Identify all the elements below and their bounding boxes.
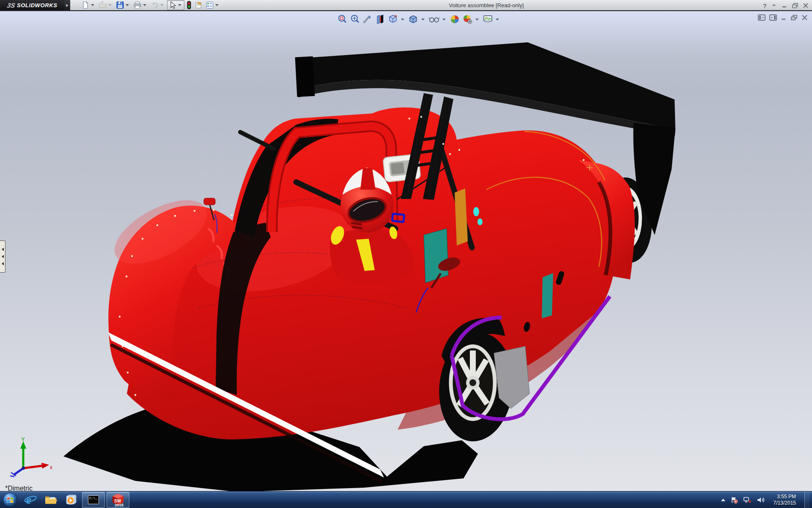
taskbar-clock[interactable]: 3:55 PM 7/13/2015 xyxy=(770,494,799,506)
taskbar-item-media-player[interactable] xyxy=(61,491,81,508)
save-icon xyxy=(116,1,124,9)
section-view-icon xyxy=(375,14,386,25)
command-prompt-icon: C:\_ xyxy=(88,495,99,504)
view-orientation-icon xyxy=(388,14,398,25)
select-dropdown[interactable] xyxy=(178,4,181,6)
menu-flyout-arrow[interactable]: ▶ xyxy=(64,0,70,11)
show-desktop-button[interactable] xyxy=(804,491,809,508)
minimize-button[interactable] xyxy=(782,3,787,8)
new-document-button[interactable] xyxy=(80,0,97,10)
save-dropdown[interactable] xyxy=(126,4,129,6)
options-button[interactable] xyxy=(205,0,221,10)
svg-text:e: e xyxy=(26,494,31,506)
open-button[interactable] xyxy=(98,0,114,10)
triad-y-label: Y xyxy=(21,436,25,442)
triad-x-label: x xyxy=(50,464,52,470)
logo-wordmark: SOLIDWORKS xyxy=(17,2,58,8)
save-button[interactable] xyxy=(115,0,132,10)
network-status-button[interactable] xyxy=(743,496,752,504)
document-title: Voiture assomblee [Read-only] xyxy=(449,2,524,8)
rebuild-button[interactable] xyxy=(185,0,193,10)
taskbar-item-command-prompt[interactable]: C:\_ xyxy=(82,492,105,508)
restore-button[interactable] xyxy=(792,3,798,8)
window-controls: ? xyxy=(763,0,809,11)
undo-icon xyxy=(151,1,159,9)
doc-restore-icon[interactable] xyxy=(790,15,798,21)
apply-scene-button[interactable] xyxy=(462,14,473,25)
zoom-to-area-icon xyxy=(350,14,360,25)
headsup-view-toolbar xyxy=(337,14,501,25)
print-dropdown[interactable] xyxy=(143,4,146,6)
zoom-to-fit-button[interactable] xyxy=(337,14,348,25)
document-window-controls xyxy=(758,14,808,21)
rebuild-traffic-light-icon xyxy=(186,1,192,9)
view-settings-icon xyxy=(483,14,493,25)
section-view-button[interactable] xyxy=(375,14,386,25)
open-icon xyxy=(99,1,107,9)
file-properties-icon xyxy=(195,1,203,9)
options-dropdown[interactable] xyxy=(215,4,219,6)
options-icon xyxy=(206,1,214,9)
view-orientation-label: *Dimetric xyxy=(5,485,33,491)
start-orb-icon xyxy=(3,492,18,508)
show-hidden-icons-icon xyxy=(721,499,725,501)
file-properties-button[interactable] xyxy=(194,0,204,10)
cyan-dot xyxy=(473,207,479,216)
previous-view-button[interactable] xyxy=(362,14,373,25)
collapse-arrow-icon xyxy=(2,248,4,251)
action-center-button[interactable] xyxy=(730,496,738,504)
new-document-icon xyxy=(81,1,90,9)
collapse-right-pane-icon[interactable] xyxy=(769,14,777,21)
zoom-to-area-button[interactable] xyxy=(349,14,361,25)
print-button[interactable] xyxy=(132,0,149,10)
windows-taskbar: e C:\_ xyxy=(0,491,812,508)
undo-dropdown[interactable] xyxy=(160,4,164,6)
doc-close-icon[interactable] xyxy=(801,15,808,20)
volume-button[interactable] xyxy=(757,496,765,504)
clock-date: 7/13/2015 xyxy=(774,500,796,506)
open-dropdown[interactable] xyxy=(108,4,112,6)
viewport-canvas[interactable]: Y x *Dimetric xyxy=(0,12,812,491)
hide-show-items-dropdown[interactable] xyxy=(442,19,446,20)
view-orientation-dropdown[interactable] xyxy=(401,19,404,20)
select-button[interactable] xyxy=(167,0,184,10)
network-status-icon xyxy=(743,496,752,504)
help-dropdown[interactable] xyxy=(772,5,776,6)
show-hidden-icons-button[interactable] xyxy=(721,499,725,501)
race-car-model xyxy=(0,12,812,491)
start-button[interactable] xyxy=(0,491,20,508)
solidworks-logo: 3S SOLIDWORKS xyxy=(0,0,64,11)
svg-text:2015: 2015 xyxy=(115,502,124,507)
view-settings-button[interactable] xyxy=(482,14,494,25)
new-document-dropdown[interactable] xyxy=(91,4,94,6)
previous-view-icon xyxy=(362,14,373,25)
apply-scene-dropdown[interactable] xyxy=(475,19,479,20)
cyan-dot xyxy=(477,218,483,225)
undo-button[interactable] xyxy=(150,0,166,10)
zoom-to-fit-icon xyxy=(337,14,348,25)
taskbar-item-solidworks[interactable]: SW 2015 xyxy=(107,492,129,508)
internet-explorer-icon: e xyxy=(24,493,37,507)
feature-tree-flyout-tab[interactable] xyxy=(0,240,5,273)
view-settings-dropdown[interactable] xyxy=(496,19,499,20)
system-tray: 3:55 PM 7/13/2015 xyxy=(721,491,812,508)
title-bar: 3S SOLIDWORKS ▶ xyxy=(0,0,812,11)
close-button[interactable] xyxy=(803,3,809,8)
view-orientation-button[interactable] xyxy=(387,14,399,25)
media-player-icon xyxy=(64,493,78,507)
display-style-dropdown[interactable] xyxy=(421,19,425,20)
logo-3s-mark: 3S xyxy=(6,2,16,9)
doc-minimize-icon[interactable] xyxy=(781,15,787,20)
edit-appearance-button[interactable] xyxy=(449,14,461,25)
clock-time: 3:55 PM xyxy=(774,494,796,500)
collapse-left-pane-icon[interactable] xyxy=(758,14,765,21)
help-button[interactable]: ? xyxy=(763,3,767,9)
taskbar-item-internet-explorer[interactable]: e xyxy=(20,491,41,508)
volume-icon xyxy=(757,496,765,504)
taskbar-item-windows-explorer[interactable] xyxy=(41,491,61,508)
hide-show-items-button[interactable] xyxy=(428,14,440,25)
action-center-flag-icon xyxy=(730,496,738,504)
select-cursor-icon xyxy=(168,1,177,9)
edit-appearance-icon xyxy=(450,14,460,25)
display-style-button[interactable] xyxy=(408,14,419,25)
